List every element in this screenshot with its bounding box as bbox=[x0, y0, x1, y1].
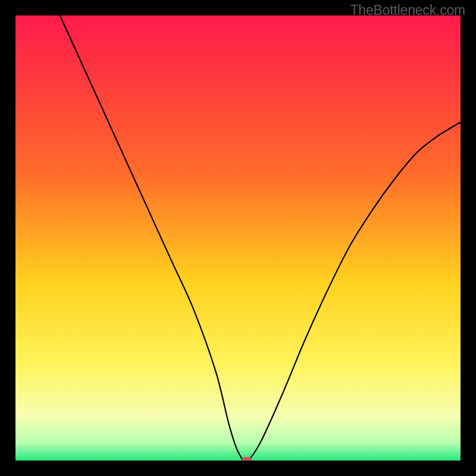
plot-area bbox=[15, 15, 461, 461]
bottleneck-curve bbox=[15, 15, 461, 461]
optimal-point-marker bbox=[242, 457, 252, 461]
watermark-text: TheBottleneck.com bbox=[350, 2, 465, 18]
chart-frame: TheBottleneck.com bbox=[0, 0, 476, 476]
